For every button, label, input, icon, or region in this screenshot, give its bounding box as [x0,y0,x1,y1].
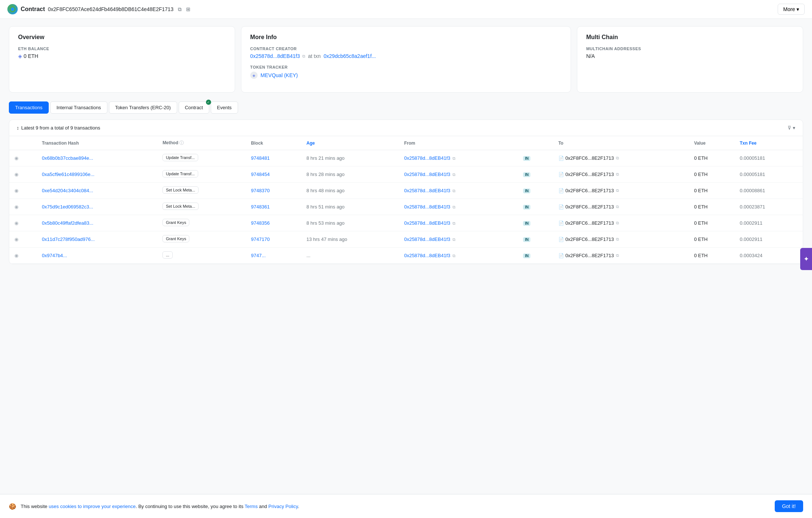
tab-transactions[interactable]: Transactions [9,101,49,114]
more-button[interactable]: More ▾ [778,4,805,15]
block-link[interactable]: 9748454 [251,172,270,177]
copy-to-icon[interactable]: ⧉ [616,204,619,209]
row-tx-hash: 0x68b0b37ccbae894e... [37,150,157,166]
block-link[interactable]: 9747... [251,253,266,258]
contract-address: 0x2F8FC6507Ace624dFb4649b8DB61C4e48E2F17… [48,6,173,12]
contract-file-icon: 📄 [558,156,564,161]
row-eye-icon[interactable]: ◉ [9,183,37,199]
row-fee: 0.00023871 [734,199,803,215]
block-link[interactable]: 9748370 [251,188,270,193]
copy-from-icon[interactable]: ⧉ [453,253,455,258]
copy-from-icon[interactable]: ⧉ [453,205,455,209]
table-row: ◉ 0x68b0b37ccbae894e... Update Transf...… [9,150,803,166]
tx-hash-link[interactable]: 0x68b0b37ccbae894e... [42,155,93,161]
from-address-link[interactable]: 0x25878d...8dEB41f3 [404,220,450,226]
copy-from-icon[interactable]: ⧉ [453,221,455,225]
copy-from-icon[interactable]: ⧉ [453,172,455,177]
eth-symbol-icon: ◈ [18,53,22,59]
row-to: 📄 0x2F8FC6...8E2F1713 ⧉ [553,248,689,264]
col-tx-hash: Transaction Hash [37,136,157,150]
contract-logo-icon [7,4,18,14]
row-method: Set Lock Meta... [157,183,246,199]
txn-address-link[interactable]: 0x29dcb65c8a2aef1f... [324,53,376,59]
copy-to-icon[interactable]: ⧉ [616,237,619,242]
contract-creator-label: CONTRACT CREATOR [250,46,562,51]
copy-from-icon[interactable]: ⧉ [453,156,455,160]
row-age: 8 hrs 21 mins ago [301,150,399,166]
creator-address-link[interactable]: 0x25878d...8dEB41f3 [250,53,300,59]
row-eye-icon[interactable]: ◉ [9,166,37,183]
from-address-link[interactable]: 0x25878d...8dEB41f3 [404,253,450,258]
token-name-link[interactable]: MEVQual (KEY) [261,72,298,78]
from-address-link[interactable]: 0x25878d...8dEB41f3 [404,155,450,161]
to-address-link[interactable]: 0x2F8FC6...8E2F1713 [565,204,614,210]
svg-point-1 [11,7,14,11]
row-to: 📄 0x2F8FC6...8E2F1713 ⧉ [553,150,689,166]
row-eye-icon[interactable]: ◉ [9,215,37,231]
block-link[interactable]: 9748481 [251,155,270,161]
col-from: From [399,136,516,150]
row-eye-icon[interactable]: ◉ [9,231,37,248]
contract-file-icon: 📄 [558,221,564,226]
copy-to-icon[interactable]: ⧉ [616,172,619,177]
row-method: Update Transf... [157,150,246,166]
to-address-link[interactable]: 0x2F8FC6...8E2F1713 [565,220,614,226]
row-value: 0 ETH [689,183,734,199]
row-eye-icon[interactable]: ◉ [9,248,37,264]
filter-button[interactable]: ⊽ ▾ [788,125,795,131]
row-to: 📄 0x2F8FC6...8E2F1713 ⧉ [553,199,689,215]
top-bar: Contract 0x2F8FC6507Ace624dFb4649b8DB61C… [0,0,812,19]
from-address-link[interactable]: 0x25878d...8dEB41f3 [404,188,450,193]
copy-to-icon[interactable]: ⧉ [616,253,619,258]
to-address-link[interactable]: 0x2F8FC6...8E2F1713 [565,188,614,193]
tab-internal-transactions[interactable]: Internal Transactions [50,101,107,114]
row-from: 0x25878d...8dEB41f3 ⧉ [399,215,516,231]
copy-from-icon[interactable]: ⧉ [453,237,455,242]
block-link[interactable]: 9748361 [251,204,270,210]
col-age[interactable]: Age [301,136,399,150]
to-address-link[interactable]: 0x2F8FC6...8E2F1713 [565,155,614,161]
tx-hash-link[interactable]: 0x75d9c1ed069582c3... [42,204,93,210]
copy-creator-icon[interactable]: ⧉ [302,54,305,59]
contract-label: Contract [21,6,45,13]
row-age: 13 hrs 47 mins ago [301,231,399,248]
to-address-link[interactable]: 0x2F8FC6...8E2F1713 [565,253,614,258]
row-fee: 0.0002911 [734,215,803,231]
to-address-link[interactable]: 0x2F8FC6...8E2F1713 [565,236,614,242]
from-address-link[interactable]: 0x25878d...8dEB41f3 [404,204,450,210]
tx-hash-link[interactable]: 0x11d7c278f950ad976... [42,236,94,242]
row-eye-icon[interactable]: ◉ [9,199,37,215]
contract-file-icon: 📄 [558,172,564,177]
main-content: Overview ETH BALANCE ◈ 0 ETH More Info C… [0,19,812,272]
col-block: Block [246,136,301,150]
tab-events[interactable]: Events [211,101,238,114]
copy-to-icon[interactable]: ⧉ [616,221,619,225]
row-fee: 0.0002911 [734,231,803,248]
row-age: ... [301,248,399,264]
from-address-link[interactable]: 0x25878d...8dEB41f3 [404,236,450,242]
row-direction: IN [516,150,553,166]
from-address-link[interactable]: 0x25878d...8dEB41f3 [404,172,450,177]
copy-to-icon[interactable]: ⧉ [616,188,619,193]
copy-from-icon[interactable]: ⧉ [453,189,455,193]
tx-hash-link[interactable]: 0xa5cf9e61c4899106e... [42,172,94,177]
row-tx-hash: 0x5b80c49ffaf2dfea83... [37,215,157,231]
to-address-link[interactable]: 0x2F8FC6...8E2F1713 [565,172,614,177]
tab-token-transfers[interactable]: Token Transfers (ERC-20) [109,101,177,114]
block-link[interactable]: 9747170 [251,236,270,242]
copy-to-icon[interactable]: ⧉ [616,156,619,160]
block-link[interactable]: 9748356 [251,220,270,226]
row-eye-icon[interactable]: ◉ [9,150,37,166]
row-block: 9748361 [246,199,301,215]
tx-hash-link[interactable]: 0x5b80c49ffaf2dfea83... [42,220,93,226]
copy-address-icon[interactable]: ⧉ [178,6,182,13]
tx-hash-link[interactable]: 0x9747b4... [42,253,67,258]
more-info-title: More Info [250,34,562,41]
sparkle-button[interactable]: ✦ [800,248,812,270]
tx-hash-link[interactable]: 0xe54d204c3404c084... [42,188,93,193]
contract-file-icon: 📄 [558,253,564,258]
qr-code-icon[interactable]: ⊞ [186,6,190,12]
tab-contract[interactable]: Contract ✓ [179,101,209,114]
row-direction: IN [516,231,553,248]
row-age: 8 hrs 48 mins ago [301,183,399,199]
